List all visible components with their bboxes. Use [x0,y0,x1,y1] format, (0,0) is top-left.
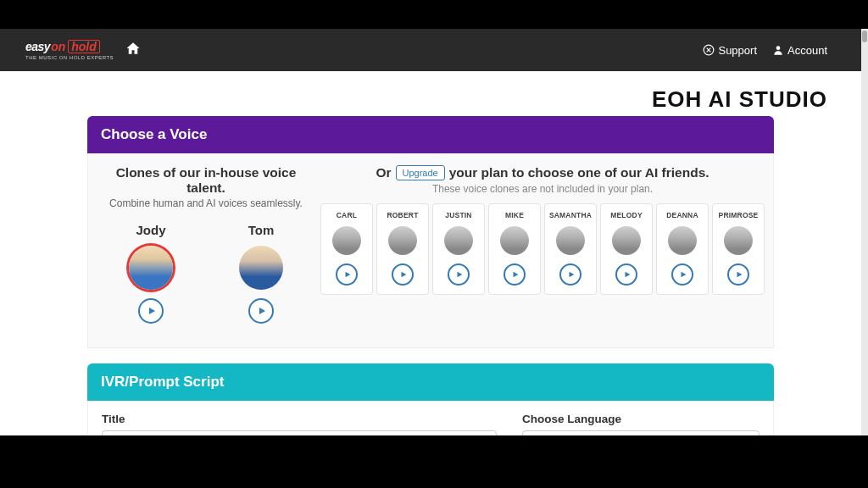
account-label: Account [787,44,827,57]
support-label: Support [718,44,757,57]
support-link[interactable]: Support [703,44,757,57]
logo-hold: hold [68,40,100,53]
play-button[interactable] [392,263,414,286]
play-icon [147,306,157,316]
ai-title-post: your plan to choose one of our AI friend… [449,165,709,180]
voice-card-primrose[interactable]: PRIMROSE [712,203,765,295]
brand-logo[interactable]: easy on hold THE MUSIC ON HOLD EXPERTS [25,40,114,60]
voice-card-mike[interactable]: MIKE [488,203,541,295]
play-button[interactable] [671,263,693,286]
choose-voice-header: Choose a Voice [87,116,774,153]
play-button[interactable] [727,263,749,286]
language-label: Choose Language [522,413,760,425]
play-button[interactable] [336,263,358,286]
account-link[interactable]: Account [772,44,827,57]
play-button[interactable] [504,263,526,286]
voice-card-carl[interactable]: CARL [320,203,373,295]
play-button[interactable] [615,263,637,286]
top-nav: easy on hold THE MUSIC ON HOLD EXPERTS S… [0,29,861,71]
avatar[interactable] [239,246,283,290]
inhouse-title: Clones of our in-house voice talent. [100,165,312,196]
voice-name: Jody [100,223,202,237]
play-icon [735,270,743,279]
voice-card-melody[interactable]: MELODY [600,203,653,295]
voice-name: SAMANTHA [547,211,594,219]
voice-card-tom[interactable]: Tom [210,218,312,329]
ai-subtitle: These voice clones are not included in y… [320,183,765,195]
support-icon [703,44,715,56]
voice-name: CARL [323,211,370,219]
voice-name: PRIMROSE [715,211,762,219]
play-icon [343,270,352,279]
avatar[interactable] [444,226,473,255]
page-title: EOH AI STUDIO [652,86,827,112]
script-form: Title Choose Language English (United St… [87,401,774,435]
account-icon [772,44,784,56]
voice-name: MELODY [603,211,650,219]
play-button[interactable] [448,263,470,286]
voice-name: Tom [210,223,312,237]
avatar[interactable] [724,226,753,255]
play-icon [623,270,632,279]
play-button[interactable] [138,298,164,324]
play-icon [511,270,520,279]
avatar[interactable] [556,226,585,255]
avatar[interactable] [388,226,417,255]
voice-name: MIKE [491,211,538,219]
play-button[interactable] [559,263,581,286]
voice-card-samantha[interactable]: SAMANTHA [544,203,597,295]
play-icon [257,306,267,316]
inhouse-column: Clones of our in-house voice talent. Com… [100,162,312,329]
avatar[interactable] [612,226,641,255]
svg-point-1 [776,46,781,50]
voice-card-deanna[interactable]: DEANNA [656,203,709,295]
voice-card-robert[interactable]: ROBERT [376,203,429,295]
ai-column: Or Upgrade your plan to choose one of ou… [320,162,765,329]
title-label: Title [102,413,497,425]
play-icon [679,270,687,279]
voice-card-justin[interactable]: JUSTIN [432,203,485,295]
avatar[interactable] [129,246,173,290]
voice-name: DEANNA [659,211,706,219]
logo-easy: easy [25,41,50,53]
play-button[interactable] [248,298,274,324]
voices-panel: Clones of our in-house voice talent. Com… [87,153,774,348]
play-icon [567,270,576,279]
play-icon [399,270,408,279]
script-header: IVR/Prompt Script [87,363,774,401]
play-icon [455,270,464,279]
home-icon[interactable] [125,41,141,59]
avatar[interactable] [500,226,529,255]
voice-name: JUSTIN [435,211,482,219]
ai-title-pre: Or [376,165,391,180]
scrollbar[interactable] [861,29,868,435]
logo-tagline: THE MUSIC ON HOLD EXPERTS [25,55,114,60]
upgrade-button[interactable]: Upgrade [396,165,445,180]
avatar[interactable] [668,226,697,255]
voice-name: ROBERT [379,211,426,219]
avatar[interactable] [332,226,361,255]
inhouse-subtitle: Combine human and AI voices seamlessly. [100,197,312,209]
logo-on: on [51,41,65,53]
voice-card-jody[interactable]: Jody [100,218,202,329]
